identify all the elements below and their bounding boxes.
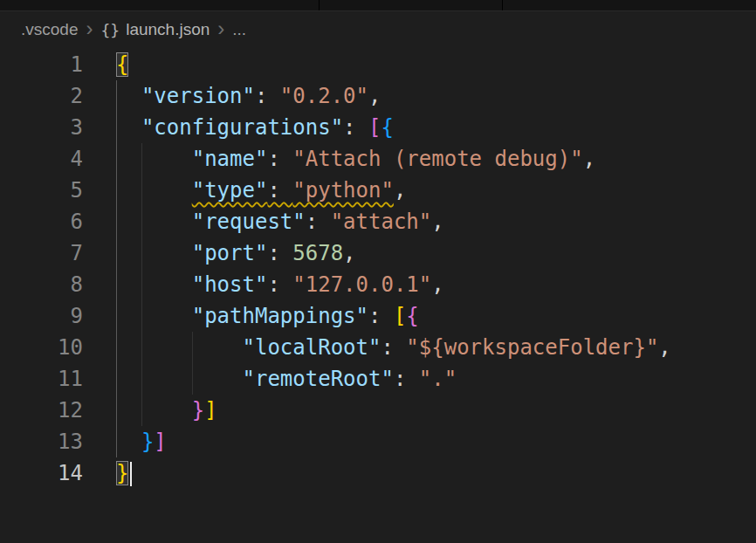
code-token: : [255,84,280,108]
code-token: "host" [192,272,268,297]
indent-guide [116,175,117,206]
indent-guide [141,175,142,206]
code-token: "configurations" [141,115,343,140]
indent-guide [141,269,142,300]
indent-guide [116,206,117,237]
code-token: : [267,241,292,265]
code-token: "remoteRoot" [243,367,394,391]
code-token: ] [154,430,166,454]
code-content: "type": "python", [116,175,406,206]
code-line[interactable]: 14} [0,457,756,489]
line-number[interactable]: 2 [0,80,83,112]
editor[interactable]: 1{2 "version": "0.2.0",3 "configurations… [0,48,756,489]
code-content: "request": "attach", [116,206,444,237]
code-content: "configurations": [{ [116,112,394,143]
code-token: "port" [192,241,268,265]
code-token: : [394,367,419,391]
code-token: : [267,147,292,171]
indent-guide [141,143,142,175]
code-line[interactable]: 4 "name": "Attach (remote debug)", [0,143,756,175]
line-number[interactable]: 3 [0,112,83,143]
code-line[interactable]: 6 "request": "attach", [0,206,756,237]
code-content: }] [116,426,167,457]
code-line[interactable]: 11 "remoteRoot": "." [0,363,756,395]
indent-guide [192,332,193,363]
indent-guide [192,363,193,395]
code-token: "${workspaceFolder}" [406,335,658,360]
code-token: "name" [192,147,268,171]
breadcrumb-folder[interactable]: .vscode [21,20,78,39]
code-token: : [267,178,292,203]
code-token [116,84,141,108]
code-line[interactable]: 3 "configurations": [{ [0,112,756,143]
code-token: "version" [141,84,255,108]
line-number[interactable]: 13 [0,426,83,457]
code-content: "localRoot": "${workspaceFolder}", [116,332,671,363]
code-token [116,147,192,171]
code-line[interactable]: 2 "version": "0.2.0", [0,80,756,112]
code-line[interactable]: 9 "pathMappings": [{ [0,300,756,332]
code-token: "request" [192,210,306,234]
code-token: "Attach (remote debug)" [292,147,582,171]
code-content: "version": "0.2.0", [116,80,381,112]
breadcrumb-file[interactable]: launch.json [126,20,210,39]
code-token: , [368,84,381,108]
code-token: : [306,210,331,234]
code-line[interactable]: 13 }] [0,426,756,457]
code-line[interactable]: 7 "port": 5678, [0,237,756,269]
code-token: "localRoot" [243,335,381,360]
chevron-right-icon: › [217,18,224,39]
text-cursor [130,462,132,486]
code-line[interactable]: 1{ [0,49,756,80]
code-token: { [406,304,418,328]
indent-guide [141,206,142,237]
code-token: : [343,115,368,140]
code-token [116,210,192,234]
code-token: "type" [192,178,268,203]
indent-guide [116,395,117,426]
code-token [116,272,192,297]
code-token: , [583,147,595,171]
line-number[interactable]: 4 [0,143,83,175]
code-line[interactable]: 10 "localRoot": "${workspaceFolder}", [0,332,756,363]
line-number[interactable]: 8 [0,269,83,300]
indent-guide [116,426,117,457]
code-line[interactable]: 5 "type": "python", [0,175,756,206]
indent-guide [116,300,117,332]
line-number[interactable]: 7 [0,237,83,269]
code-content: "host": "127.0.0.1", [116,269,444,300]
code-content: "remoteRoot": "." [116,363,457,395]
code-content: "name": "Attach (remote debug)", [116,143,595,175]
code-token [116,430,141,454]
line-number[interactable]: 12 [0,395,83,426]
line-number[interactable]: 6 [0,206,83,237]
indent-guide [116,143,117,175]
breadcrumb-symbol[interactable]: ... [232,20,246,39]
code-content: { [116,49,128,80]
code-line[interactable]: 12 }] [0,395,756,426]
code-token: ] [204,398,216,423]
line-number[interactable]: 5 [0,175,83,206]
line-number[interactable]: 14 [0,457,83,489]
code-token: [ [394,304,406,328]
line-number[interactable]: 11 [0,363,83,395]
tab-divider [502,0,503,10]
indent-guide [116,332,117,363]
line-number[interactable]: 10 [0,332,83,363]
code-token [116,178,192,203]
code-line[interactable]: 8 "host": "127.0.0.1", [0,269,756,300]
code-token: "127.0.0.1" [292,272,431,297]
line-number[interactable]: 1 [0,49,83,80]
indent-guide [141,363,142,395]
line-number[interactable]: 9 [0,300,83,332]
code-token: } [141,430,154,454]
code-token: } [192,398,204,423]
code-token: "attach" [331,210,432,234]
indent-guide [116,112,117,143]
breadcrumb: .vscode › {} launch.json › ... [0,11,756,48]
code-token [116,304,192,328]
code-token: "python" [292,178,394,203]
matched-bracket: } [116,461,128,485]
breadcrumb-file-group[interactable]: {} launch.json [100,20,210,39]
chevron-right-icon: › [86,18,93,39]
